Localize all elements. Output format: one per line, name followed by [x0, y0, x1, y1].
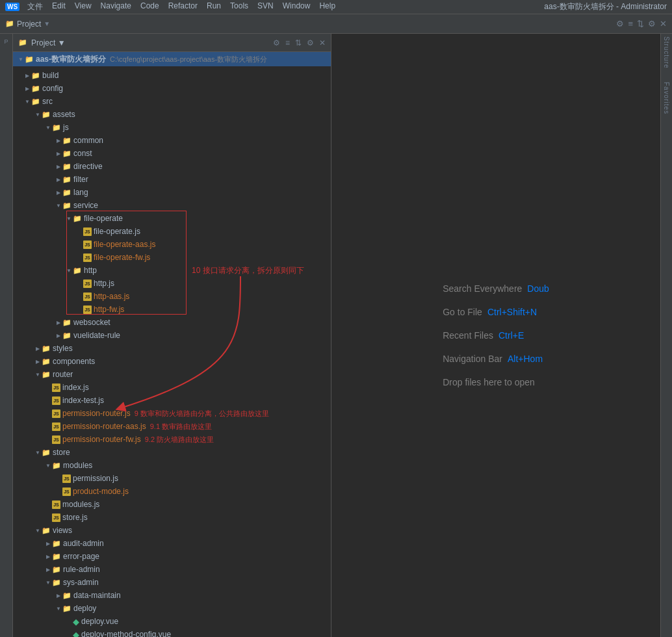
tree-item-directive[interactable]: 📁 directive — [13, 160, 331, 173]
tree-item-service[interactable]: 📁 service — [13, 199, 331, 212]
tree-item-deploy-vue[interactable]: ◆ deploy.vue — [13, 615, 331, 628]
project-dropdown-icon[interactable]: ▼ — [44, 20, 50, 27]
tree-item-file-operate-js[interactable]: JS file-operate.js — [13, 225, 331, 238]
menu-navigate[interactable]: Navigate — [101, 1, 131, 12]
recent-files-key: Ctrl+E — [498, 330, 524, 341]
tree-item-permission-router-fw-js[interactable]: JS permission-router-fw.js 9.2 防火墙路由放这里 — [13, 433, 331, 446]
tree-item-index-test-js[interactable]: JS index-test.js — [13, 394, 331, 407]
project-panel[interactable]: 📁 Project ▼ ⚙ ≡ ⇅ ⚙ ✕ 📁 aas-数审防火墙拆分 C:\c… — [13, 34, 331, 637]
sidebar-project-icon[interactable]: P — [1, 36, 12, 47]
tree-item-build[interactable]: 📁 build — [13, 69, 331, 82]
tree-item-store-js[interactable]: JS store.js — [13, 511, 331, 524]
tree-item-filter[interactable]: 📁 filter — [13, 173, 331, 186]
src-arrow — [23, 98, 31, 105]
tree-item-product-mode-js[interactable]: JS product-mode.js — [13, 485, 331, 498]
tree-item-const[interactable]: 📁 const — [13, 147, 331, 160]
header-icon-3[interactable]: ⇅ — [295, 38, 302, 47]
menu-refactor[interactable]: Refactor — [168, 1, 198, 12]
modules-js-icon: JS — [52, 500, 60, 509]
tree-item-components[interactable]: 📁 components — [13, 355, 331, 368]
header-icon-2[interactable]: ≡ — [285, 38, 290, 47]
nav-bar-key: Alt+Hom — [508, 354, 543, 364]
rule-admin-folder-icon: 📁 — [52, 566, 61, 574]
project-label[interactable]: Project — [17, 20, 41, 29]
const-arrow — [55, 150, 62, 157]
sidebar-structure-label[interactable]: Structure — [663, 36, 670, 69]
tree-item-file-operate[interactable]: 📁 file-operate — [13, 212, 331, 225]
tree-item-deploy-method-config-vue[interactable]: ◆ deploy-method-config.vue — [13, 628, 331, 637]
tree-item-lang[interactable]: 📁 lang — [13, 186, 331, 199]
menu-code[interactable]: Code — [140, 1, 159, 12]
header-icon-5[interactable]: ✕ — [319, 38, 326, 47]
tree-item-modules[interactable]: 📁 modules — [13, 459, 331, 472]
tree-item-http-fw-js[interactable]: JS http-fw.js — [13, 303, 331, 316]
annotation-92: 9.2 防火墙路由放这里 — [145, 435, 214, 445]
file-operate-js-icon: JS — [83, 228, 92, 236]
tree-item-views[interactable]: 📁 views — [13, 524, 331, 537]
menu-bar[interactable]: 文件 Edit View Navigate Code Refactor Run … — [27, 1, 335, 12]
annotation-9: 9 数审和防火墙路由分离，公共路由放这里 — [135, 409, 269, 419]
sys-admin-arrow — [44, 578, 52, 586]
tree-item-vuelidate-rule[interactable]: 📁 vuelidate-rule — [13, 329, 331, 342]
tree-item-file-operate-aas-js[interactable]: JS file-operate-aas.js — [13, 238, 331, 251]
menu-tools[interactable]: Tools — [230, 1, 248, 12]
common-label: common — [73, 136, 103, 145]
tree-item-src[interactable]: 📁 src — [13, 95, 331, 108]
tree-item-websocket[interactable]: 📁 websocket — [13, 316, 331, 329]
right-sidebar: Structure Favorites — [660, 34, 672, 637]
toolbar-sync-icon[interactable]: ⚙ — [616, 19, 624, 29]
tree-item-styles[interactable]: 📁 styles — [13, 342, 331, 355]
toolbar-close-icon[interactable]: ✕ — [660, 19, 667, 29]
tree-item-router[interactable]: 📁 router — [13, 368, 331, 381]
tree-item-deploy[interactable]: 📁 deploy — [13, 602, 331, 615]
http-fw-js-icon: JS — [83, 306, 92, 314]
directive-label: directive — [73, 162, 103, 171]
tree-root[interactable]: 📁 aas-数审防火墙拆分 C:\cqfeng\project\aas-proj… — [13, 52, 331, 66]
menu-run[interactable]: Run — [207, 1, 221, 12]
menu-help[interactable]: Help — [319, 1, 335, 12]
menu-svn[interactable]: SVN — [257, 1, 274, 12]
build-arrow — [23, 72, 31, 79]
tree-item-data-maintain[interactable]: 📁 data-maintain — [13, 589, 331, 602]
store-js-icon: JS — [52, 514, 60, 522]
tree-item-sys-admin[interactable]: 📁 sys-admin — [13, 576, 331, 589]
toolbar-list-icon[interactable]: ≡ — [628, 19, 633, 29]
header-icon-4[interactable]: ⚙ — [307, 38, 314, 47]
tree-item-modules-js[interactable]: JS modules.js — [13, 498, 331, 511]
permission-router-aas-js-label: permission-router-aas.js — [62, 422, 146, 431]
header-icon-1[interactable]: ⚙ — [273, 38, 280, 47]
tree-item-audit-admin[interactable]: 📁 audit-admin — [13, 537, 331, 550]
tree-item-index-js[interactable]: JS index.js — [13, 381, 331, 394]
tree-item-error-page[interactable]: 📁 error-page — [13, 550, 331, 563]
tree-item-js[interactable]: 📁 js — [13, 121, 331, 134]
toolbar-settings-icon[interactable]: ⚙ — [648, 19, 656, 29]
store-label: store — [53, 448, 70, 457]
tree-item-http-aas-js[interactable]: JS http-aas.js — [13, 290, 331, 303]
filter-label: filter — [73, 175, 88, 184]
goto-file-key: Ctrl+Shift+N — [487, 307, 537, 317]
permission-js-icon: JS — [62, 474, 71, 483]
tree-item-http[interactable]: 📁 http — [13, 264, 331, 277]
assets-label: assets — [53, 110, 75, 119]
tree-item-permission-router-aas-js[interactable]: JS permission-router-aas.js 9.1 数审路由放这里 — [13, 420, 331, 433]
tree-item-rule-admin[interactable]: 📁 rule-admin — [13, 563, 331, 576]
tree-item-http-js[interactable]: JS http.js — [13, 277, 331, 290]
file-tree: 📁 build 📁 config 📁 src 📁 — [13, 66, 331, 637]
tree-item-permission-router-js[interactable]: JS permission-router.js 9 数审和防火墙路由分离，公共路… — [13, 407, 331, 420]
menu-window[interactable]: Window — [283, 1, 311, 12]
service-folder-icon: 📁 — [62, 202, 71, 210]
tree-item-common[interactable]: 📁 common — [13, 134, 331, 147]
tree-item-file-operate-fw-js[interactable]: JS file-operate-fw.js — [13, 251, 331, 264]
tree-item-store[interactable]: 📁 store — [13, 446, 331, 459]
menu-edit[interactable]: Edit — [52, 1, 66, 12]
menu-file[interactable]: 文件 — [27, 1, 43, 12]
tree-item-config[interactable]: 📁 config — [13, 82, 331, 95]
store-folder-icon: 📁 — [42, 448, 51, 457]
left-sidebar: P — [0, 34, 13, 637]
toolbar-sort-icon[interactable]: ⇅ — [637, 19, 644, 29]
sidebar-favorites-label[interactable]: Favorites — [663, 82, 670, 114]
service-label: service — [73, 201, 98, 210]
tree-item-permission-js[interactable]: JS permission.js — [13, 472, 331, 485]
menu-view[interactable]: View — [75, 1, 92, 12]
tree-item-assets[interactable]: 📁 assets — [13, 108, 331, 121]
